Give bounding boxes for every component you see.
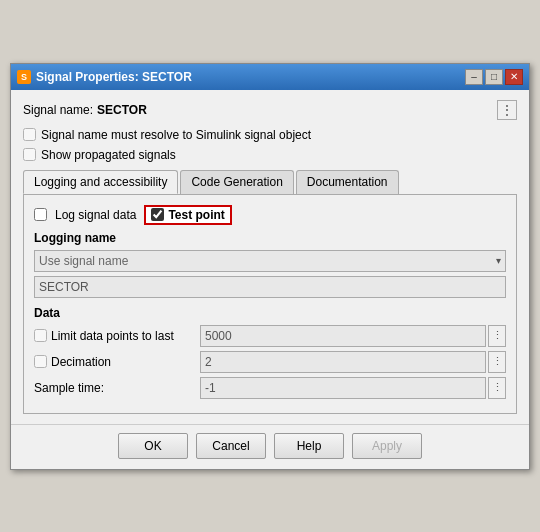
test-point-label: Test point bbox=[168, 208, 224, 222]
sample-time-menu-button[interactable]: ⋮ bbox=[488, 377, 506, 399]
dropdown-arrow-icon: ▾ bbox=[496, 255, 501, 266]
test-point-box: Test point bbox=[144, 205, 231, 225]
decimation-row: Decimation ⋮ bbox=[34, 351, 506, 373]
cancel-button[interactable]: Cancel bbox=[196, 433, 266, 459]
title-controls: – □ ✕ bbox=[465, 69, 523, 85]
decimation-checkbox[interactable] bbox=[34, 355, 47, 368]
limit-label: Limit data points to last bbox=[51, 329, 174, 343]
window-title: Signal Properties: SECTOR bbox=[36, 70, 192, 84]
apply-button[interactable]: Apply bbox=[352, 433, 422, 459]
decimation-value-input[interactable] bbox=[200, 351, 486, 373]
limit-data-row: Limit data points to last ⋮ bbox=[34, 325, 506, 347]
log-signal-checkbox[interactable] bbox=[34, 208, 47, 221]
limit-value-input[interactable] bbox=[200, 325, 486, 347]
dialog-window: S Signal Properties: SECTOR – □ ✕ Signal… bbox=[10, 63, 530, 470]
maximize-button[interactable]: □ bbox=[485, 69, 503, 85]
signal-name-value: SECTOR bbox=[97, 103, 147, 117]
logging-name-text-field[interactable] bbox=[34, 276, 506, 298]
tab-code-generation[interactable]: Code Generation bbox=[180, 170, 293, 194]
logging-name-dropdown[interactable]: Use signal name ▾ bbox=[34, 250, 506, 272]
title-bar: S Signal Properties: SECTOR – □ ✕ bbox=[11, 64, 529, 90]
log-signal-label: Log signal data bbox=[55, 208, 136, 222]
logging-name-section-label: Logging name bbox=[34, 231, 506, 245]
limit-checkbox[interactable] bbox=[34, 329, 47, 342]
propagated-checkbox[interactable] bbox=[23, 148, 36, 161]
decimation-label: Decimation bbox=[51, 355, 111, 369]
tab-content-logging: Log signal data Test point Logging name … bbox=[23, 195, 517, 414]
resolve-checkbox[interactable] bbox=[23, 128, 36, 141]
propagated-label: Show propagated signals bbox=[41, 148, 176, 162]
tab-bar: Logging and accessibility Code Generatio… bbox=[23, 170, 517, 195]
sample-time-label: Sample time: bbox=[34, 381, 104, 395]
propagated-checkbox-row: Show propagated signals bbox=[23, 148, 517, 162]
logging-name-text-row bbox=[34, 276, 506, 298]
signal-name-row: Signal name: SECTOR ⋮ bbox=[23, 100, 517, 120]
help-button[interactable]: Help bbox=[274, 433, 344, 459]
decimation-value-container: ⋮ bbox=[200, 351, 506, 373]
button-bar: OK Cancel Help Apply bbox=[11, 424, 529, 469]
limit-menu-button[interactable]: ⋮ bbox=[488, 325, 506, 347]
sample-time-input[interactable] bbox=[200, 377, 486, 399]
limit-label-container: Limit data points to last bbox=[34, 329, 194, 343]
test-point-checkbox[interactable] bbox=[151, 208, 164, 221]
close-button[interactable]: ✕ bbox=[505, 69, 523, 85]
minimize-button[interactable]: – bbox=[465, 69, 483, 85]
signal-name-label: Signal name: bbox=[23, 103, 93, 117]
decimation-label-container: Decimation bbox=[34, 355, 194, 369]
sample-time-row: Sample time: ⋮ bbox=[34, 377, 506, 399]
title-bar-left: S Signal Properties: SECTOR bbox=[17, 70, 192, 84]
tab-logging[interactable]: Logging and accessibility bbox=[23, 170, 178, 194]
window-icon: S bbox=[17, 70, 31, 84]
resolve-label: Signal name must resolve to Simulink sig… bbox=[41, 128, 311, 142]
tab-documentation[interactable]: Documentation bbox=[296, 170, 399, 194]
logging-name-dropdown-row: Use signal name ▾ bbox=[34, 250, 506, 272]
tabs-container: Logging and accessibility Code Generatio… bbox=[23, 170, 517, 414]
data-section-label: Data bbox=[34, 306, 506, 320]
signal-name-left: Signal name: SECTOR bbox=[23, 103, 147, 117]
signal-name-menu-button[interactable]: ⋮ bbox=[497, 100, 517, 120]
ok-button[interactable]: OK bbox=[118, 433, 188, 459]
limit-value-container: ⋮ bbox=[200, 325, 506, 347]
dropdown-value: Use signal name bbox=[39, 254, 128, 268]
sample-time-label-container: Sample time: bbox=[34, 381, 194, 395]
log-signal-row: Log signal data Test point bbox=[34, 205, 506, 225]
data-section: Data Limit data points to last ⋮ bbox=[34, 306, 506, 399]
decimation-menu-button[interactable]: ⋮ bbox=[488, 351, 506, 373]
dialog-content: Signal name: SECTOR ⋮ Signal name must r… bbox=[11, 90, 529, 424]
resolve-checkbox-row: Signal name must resolve to Simulink sig… bbox=[23, 128, 517, 142]
sample-time-value-container: ⋮ bbox=[200, 377, 506, 399]
